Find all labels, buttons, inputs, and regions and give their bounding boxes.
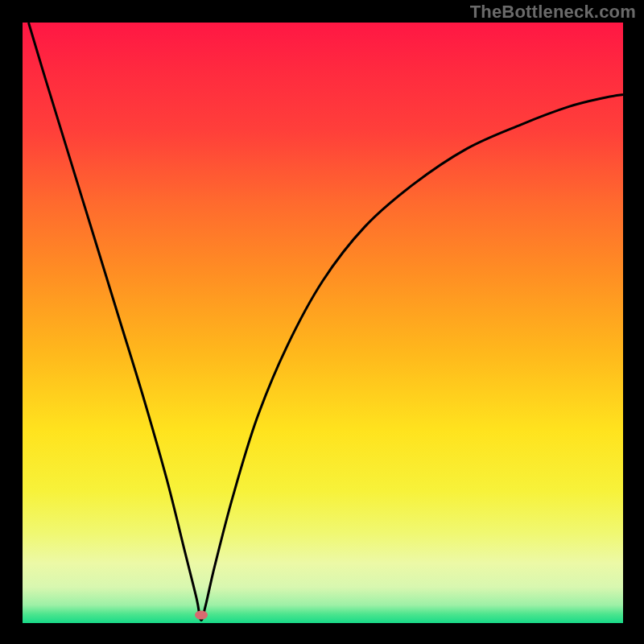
plot-area: [23, 23, 623, 623]
bottleneck-curve: [23, 23, 623, 623]
watermark-text: TheBottleneck.com: [470, 2, 636, 23]
stage: TheBottleneck.com: [0, 0, 644, 644]
optimum-marker: [195, 611, 208, 620]
